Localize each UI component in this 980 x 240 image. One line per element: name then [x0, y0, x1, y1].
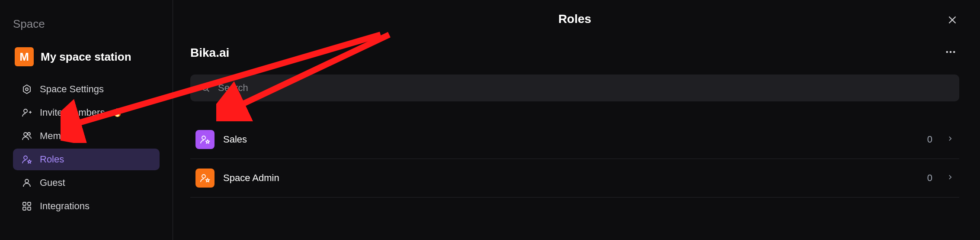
- sidebar-item-members[interactable]: Members: [13, 125, 160, 147]
- role-name: Space Admin: [223, 172, 919, 184]
- users-icon: [22, 131, 32, 141]
- workspace-selector[interactable]: M My space station: [13, 47, 160, 66]
- svg-point-1: [26, 88, 28, 91]
- settings-gear-icon: [22, 84, 32, 94]
- page-title: Roles: [558, 12, 591, 26]
- role-count: 0: [927, 134, 932, 145]
- role-list: Sales 0 Space Admin 0: [190, 120, 959, 198]
- sidebar-nav: Space Settings Invite Members🔥 Members R…: [13, 78, 160, 217]
- svg-marker-24: [206, 178, 209, 182]
- svg-point-21: [202, 136, 205, 139]
- annotation-arrow-sales: [216, 26, 398, 121]
- workspace-badge: M: [15, 47, 34, 66]
- sidebar-item-space-settings[interactable]: Space Settings: [13, 78, 160, 100]
- sidebar-item-label: Space Settings: [40, 84, 104, 95]
- sidebar-item-roles[interactable]: Roles: [13, 149, 160, 170]
- svg-rect-11: [28, 202, 31, 205]
- role-icon: [195, 169, 215, 188]
- grid-icon: [22, 201, 32, 211]
- user-star-icon: [200, 173, 210, 183]
- user-icon: [22, 178, 32, 188]
- role-item-space-admin[interactable]: Space Admin 0: [190, 159, 959, 198]
- sidebar-item-label: Integrations: [40, 201, 90, 212]
- role-name: Sales: [223, 134, 919, 145]
- sidebar-item-label: Roles: [40, 154, 64, 165]
- fire-icon: 🔥: [112, 108, 122, 117]
- sidebar-item-label: Members: [40, 130, 80, 142]
- more-menu-button[interactable]: [942, 43, 959, 62]
- workspace-name: My space station: [41, 50, 131, 64]
- sidebar-heading: Space: [13, 17, 160, 31]
- sidebar-item-integrations[interactable]: Integrations: [13, 195, 160, 217]
- role-item-sales[interactable]: Sales 0: [190, 120, 959, 159]
- close-button[interactable]: [945, 13, 959, 27]
- user-plus-icon: [22, 107, 32, 118]
- search-icon: [201, 83, 210, 93]
- main-header: Roles: [190, 12, 959, 26]
- main-panel: Roles Bika.ai Sales 0 Space Admin 0: [173, 0, 980, 240]
- svg-marker-0: [23, 85, 30, 94]
- search-container[interactable]: [190, 75, 959, 101]
- svg-line-20: [207, 90, 209, 92]
- chevron-right-icon: [946, 173, 954, 183]
- svg-rect-13: [28, 207, 31, 210]
- chevron-right-icon: [946, 135, 954, 144]
- search-input[interactable]: [218, 82, 949, 94]
- sidebar-item-label: Guest: [40, 177, 65, 188]
- dots-horizontal-icon: [945, 46, 957, 58]
- sidebar-item-invite-members[interactable]: Invite Members🔥: [13, 102, 160, 123]
- svg-marker-8: [28, 160, 31, 163]
- svg-point-17: [950, 51, 952, 53]
- svg-marker-22: [206, 140, 209, 143]
- svg-point-18: [953, 51, 955, 53]
- svg-point-5: [24, 133, 27, 136]
- svg-point-19: [202, 85, 208, 91]
- svg-point-9: [25, 179, 29, 183]
- svg-rect-10: [23, 202, 26, 205]
- svg-point-16: [946, 51, 948, 53]
- section-header: Bika.ai: [190, 43, 959, 62]
- section-title: Bika.ai: [190, 46, 229, 60]
- svg-point-6: [28, 133, 30, 135]
- svg-rect-12: [23, 207, 26, 210]
- sidebar: Space M My space station Space Settings …: [0, 0, 173, 240]
- sidebar-item-guest[interactable]: Guest: [13, 172, 160, 194]
- user-star-icon: [22, 154, 32, 165]
- role-icon: [195, 130, 215, 149]
- user-star-icon: [200, 134, 210, 145]
- svg-point-2: [24, 109, 27, 113]
- svg-point-23: [202, 175, 205, 178]
- close-icon: [947, 14, 958, 26]
- sidebar-item-label: Invite Members: [40, 107, 105, 118]
- svg-point-7: [24, 156, 27, 159]
- role-count: 0: [927, 172, 932, 184]
